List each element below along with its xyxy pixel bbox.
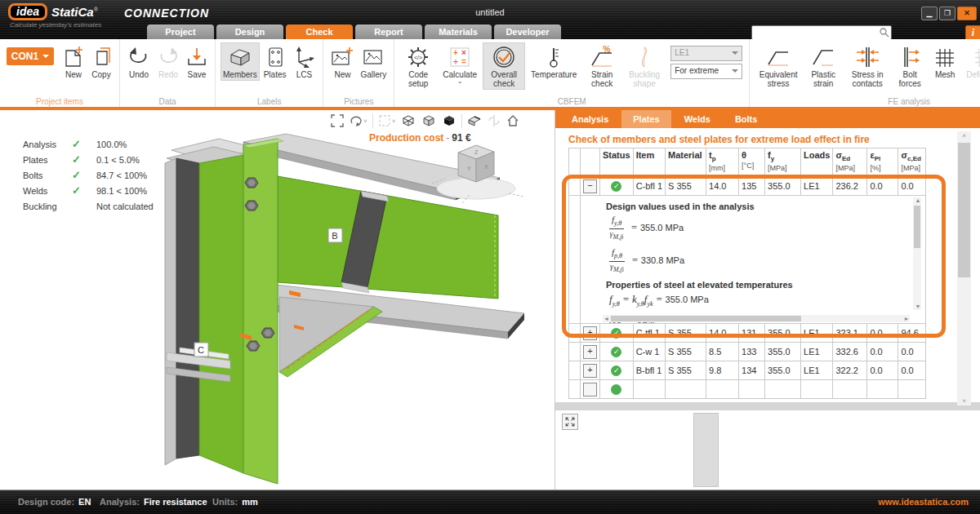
new-picture-button[interactable]: New (328, 42, 356, 81)
overall-check-button[interactable]: Overall check (483, 42, 525, 90)
panel-vertical-scrollbar[interactable]: ˄ ˅ (957, 131, 971, 405)
flip-view-icon[interactable] (487, 113, 501, 128)
scroll-up-icon[interactable]: ▲ (915, 197, 920, 204)
section-cut-icon[interactable] (466, 113, 483, 128)
member-label-c[interactable]: C (194, 343, 208, 357)
tab-design[interactable]: Design (216, 24, 283, 39)
search-box[interactable] (751, 25, 892, 40)
hidden-line-view-icon[interactable] (421, 113, 437, 129)
equivalent-stress-icon (767, 44, 790, 70)
preview-placeholder (693, 413, 719, 487)
col-loads: Loads (801, 148, 833, 177)
table-row[interactable]: − ✓ C-bfl 1 S 355 14.0 135 355.0 LE1 236… (569, 177, 926, 196)
cell-theta: 131 (739, 324, 765, 343)
bolt-forces-button[interactable]: Bolt forces (892, 42, 928, 90)
undo-button[interactable]: Undo (125, 42, 153, 81)
plastic-strain-button[interactable]: Plastic strain (804, 42, 843, 90)
load-case-select[interactable]: LE1 (670, 46, 742, 61)
project-item-selector[interactable]: CON1 (7, 47, 54, 65)
tab-materials[interactable]: Materials (425, 24, 492, 39)
main-nav-tabs: Project Design Check Report Materials De… (147, 24, 561, 39)
wireframe-view-icon[interactable] (400, 113, 416, 129)
fit-content-button[interactable] (562, 414, 578, 430)
maximize-button[interactable]: ❐ (939, 7, 956, 20)
close-button[interactable]: ✕ (957, 7, 977, 20)
scrollbar-thumb[interactable] (914, 206, 920, 248)
extreme-filter-select[interactable]: For extreme (670, 64, 742, 79)
zoom-fit-icon[interactable] (330, 113, 345, 128)
member-label-b[interactable]: B (328, 228, 342, 242)
ribbon-group-project-items: CON1 New Copy Project items (0, 39, 120, 107)
expand-row-button[interactable] (583, 383, 597, 397)
scroll-down-icon[interactable]: ˅ (957, 397, 971, 405)
collapse-row-button[interactable]: − (583, 179, 597, 193)
strain-check-button[interactable]: % Strain check (582, 42, 621, 90)
orbit-icon[interactable]: ˅ (349, 113, 368, 128)
select-region-icon[interactable]: ˅ (377, 113, 397, 128)
cell-item: C-tfl 1 (633, 324, 665, 343)
solid-view-icon[interactable] (441, 113, 457, 129)
scroll-left-icon[interactable]: ◄ (604, 316, 609, 322)
buckling-shape-icon (636, 44, 653, 70)
viewport-3d[interactable]: ˅ ˅ Production cost-91 € Ana (0, 110, 555, 490)
mesh-button[interactable]: Mesh (929, 42, 960, 81)
scrollbar-thumb[interactable] (958, 143, 970, 277)
table-row[interactable]: + ✓ C-w 1 S 355 8.5 133 355.0 LE1 332.6 … (569, 343, 926, 361)
cell-theta: 134 (739, 361, 765, 380)
ribbon-group-fe-analysis: Equivalent stress Plastic strain Stress … (750, 39, 980, 107)
plastic-strain-icon (812, 44, 835, 70)
website-link[interactable]: www.ideastatica.com (878, 497, 969, 507)
lcs-labels-toggle[interactable]: LCS (290, 42, 318, 81)
buckling-shape-button[interactable]: Buckling shape (623, 42, 666, 90)
document-title: untitled (0, 7, 980, 17)
expand-row-button[interactable]: + (583, 326, 597, 340)
scroll-up-icon[interactable]: ˄ (957, 132, 971, 140)
copy-project-item-button[interactable]: Copy (88, 42, 114, 81)
tab-report[interactable]: Report (355, 24, 422, 39)
svg-text:C: C (198, 345, 204, 355)
plates-labels-toggle[interactable]: Plates (261, 42, 289, 81)
stress-in-contacts-icon (855, 44, 880, 70)
deformed-button[interactable]: Deformed (962, 42, 980, 81)
stress-in-contacts-button[interactable]: Stress in contacts (844, 42, 890, 90)
scroll-right-icon[interactable]: ► (904, 316, 910, 322)
equivalent-stress-button[interactable]: Equivalent stress (755, 42, 802, 90)
save-button[interactable]: Save (184, 42, 210, 81)
chevron-down-icon (732, 51, 738, 55)
code-setup-button[interactable]: </> Code setup (399, 42, 437, 90)
cell-item: C-w 1 (633, 343, 665, 361)
detail-vertical-scrollbar[interactable]: ▲ ▼ (913, 197, 921, 310)
col-tp: tp[mm] (706, 148, 739, 177)
new-project-item-button[interactable]: New (60, 42, 87, 81)
cell-material: S 355 (666, 361, 706, 380)
scroll-down-icon[interactable]: ▼ (915, 304, 920, 310)
search-input[interactable] (754, 26, 878, 39)
temperature-button[interactable]: Temperature (527, 42, 581, 81)
gallery-button[interactable]: Gallery (358, 42, 389, 81)
deformed-mesh-icon (973, 44, 980, 70)
members-labels-toggle[interactable]: Members (220, 42, 260, 81)
svg-text:+: + (453, 48, 458, 57)
calculate-button[interactable]: +×÷= Calculate ⌄ (439, 42, 481, 86)
expand-row-button[interactable]: + (583, 364, 597, 378)
minimize-button[interactable]: ▁ (921, 7, 938, 20)
toolbar-divider (461, 113, 462, 128)
tab-developer[interactable]: Developer (494, 24, 561, 39)
redo-button[interactable]: Redo (154, 42, 182, 81)
units-status: Units:mm (212, 497, 258, 507)
col-sigma-ced: σc,Ed[MPa] (898, 148, 926, 177)
cell-sigma-ed: 236.2 (833, 177, 867, 196)
chevron-down-icon: ˅ (392, 117, 396, 125)
table-row[interactable]: + ✓ B-bfl 1 S 355 9.8 134 355.0 LE1 322.… (569, 361, 926, 380)
detail-horizontal-scrollbar[interactable]: ◄ ► (603, 315, 910, 322)
home-view-icon[interactable] (506, 113, 520, 128)
expand-row-button[interactable]: + (583, 345, 597, 359)
scrollbar-thumb[interactable] (611, 316, 801, 321)
table-row[interactable]: + ✓ C-tfl 1 S 355 14.0 131 355.0 LE1 323… (569, 324, 926, 343)
lcs-axes-icon (292, 44, 315, 70)
tab-project[interactable]: Project (147, 24, 214, 39)
navigation-cube[interactable]: Y X Z (421, 136, 535, 206)
col-sigma-ed: σEd[MPa] (833, 148, 867, 177)
tab-check[interactable]: Check (286, 24, 353, 39)
table-row-partial[interactable] (569, 380, 926, 399)
